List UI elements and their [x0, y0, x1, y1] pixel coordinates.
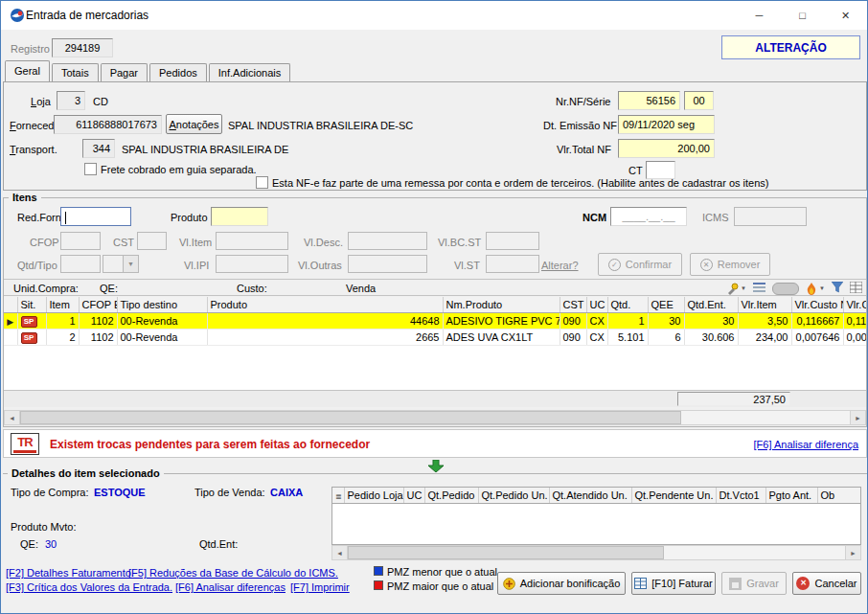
serie-field[interactable]: 00 [684, 91, 714, 110]
col-nm-produto[interactable]: Nm.Produto [443, 297, 560, 312]
cancel-icon: ✕ [796, 577, 810, 590]
ct-label: CT [628, 165, 643, 177]
col-qt-pedido-un[interactable]: Qt.Pedido Un. [478, 488, 549, 503]
col-qt-atendido-un[interactable]: Qt.Atendido Un. [549, 488, 631, 503]
col-vlr-item[interactable]: Vlr.Item [738, 297, 791, 312]
remessa-checkbox[interactable] [256, 176, 268, 189]
pedidos-hscrollbar[interactable]: ◄ ► [331, 545, 861, 560]
scroll-right-icon[interactable]: ► [850, 411, 865, 424]
tab-inf-adicionais[interactable]: Inf.Adicionais [209, 63, 290, 81]
col-qtd-ent[interactable]: Qtd.Ent. [684, 297, 738, 312]
col-cst[interactable]: CST [560, 297, 586, 312]
col-vlr-custo-nf[interactable]: Vlr.Custo NF [791, 297, 843, 312]
f7-imprimir-link[interactable]: [F7] Imprimir [290, 581, 350, 593]
col-uc[interactable]: UC [403, 488, 424, 503]
col-qtd[interactable]: Qtd. [607, 297, 648, 312]
ncm-field[interactable]: ____.__.__ [610, 207, 687, 226]
transport-code-field[interactable]: 344 [82, 139, 115, 158]
faturar-button[interactable]: [F10] Faturar [631, 572, 716, 595]
tr-logo-icon: TR [11, 433, 39, 455]
col-qt-pedido[interactable]: Qt.Pedido [424, 488, 478, 503]
grid-icon[interactable] [850, 282, 862, 295]
col-item[interactable]: Item [46, 297, 79, 312]
itens-group-label: Itens [9, 191, 41, 204]
col-tipo-destino[interactable]: Tipo destino [117, 297, 207, 312]
f6-analisar-diferencas-link[interactable]: [F6] Analisar diferenças [175, 581, 286, 593]
pmz-menor-swatch [374, 566, 383, 576]
tipo-combo-arrow-icon: ▼ [123, 255, 139, 273]
tipo-compra-label: Tipo de Compra: [11, 487, 89, 499]
cfop-label: CFOP [30, 237, 59, 249]
detalhes-qe-label: QE: [20, 538, 38, 551]
table-row[interactable]: SP 2 1102 00-Revenda 2665 ADES UVA CX1LT… [4, 329, 866, 345]
col-qee[interactable]: QEE [648, 297, 684, 312]
col-qt-pendente-un[interactable]: Qt.Pendente Un. [631, 488, 716, 503]
x-circle-icon: ✕ [700, 259, 713, 271]
adicionar-bonificacao-button[interactable]: Adicionar bonificação [497, 572, 626, 595]
produto-input[interactable] [211, 207, 268, 226]
flame-icon[interactable]: ▼ [806, 283, 825, 295]
frete-checkbox[interactable] [84, 163, 97, 175]
bonus-icon [503, 578, 515, 590]
col-dt-vcto1[interactable]: Dt.Vcto1 [716, 488, 765, 503]
mode-badge: ALTERAÇÃO [721, 35, 860, 59]
icms-field [734, 207, 807, 226]
close-button[interactable]: ✕ [824, 1, 867, 30]
col-uc[interactable]: UC [586, 297, 607, 312]
detalhes-qtdent-label: Qtd.Ent: [199, 538, 238, 551]
scroll-thumb[interactable] [20, 411, 681, 424]
scroll-right-icon[interactable]: ► [845, 546, 860, 559]
nf-field[interactable]: 56156 [618, 91, 680, 110]
col-pgto-ant[interactable]: Pgto Ant. [765, 488, 817, 503]
emissao-field[interactable]: 09/11/2020 seg [618, 115, 715, 134]
col-pedido-loja[interactable]: Pedido Loja [344, 488, 403, 503]
scroll-thumb[interactable] [348, 546, 664, 559]
list-icon[interactable] [753, 282, 765, 295]
loja-field[interactable]: 3 [57, 91, 85, 110]
vloutras-field [348, 255, 427, 273]
anotacoes-button[interactable]: Anotações [166, 114, 222, 134]
tab-pagar[interactable]: Pagar [101, 63, 148, 81]
grid-header-row: Sit. Item CFOP E Tipo destino Produto Nm… [4, 297, 866, 312]
f2-detalhes-faturamento-link[interactable]: [F2] Detalhes Faturamento. [6, 567, 134, 579]
grid-menu-icon[interactable]: ≣ [335, 492, 342, 501]
itens-hscrollbar[interactable]: ◄ ► [4, 410, 866, 425]
cst-field [137, 232, 167, 250]
window-title: Entrada de mercadorias [26, 9, 148, 22]
dropper-icon[interactable]: ▼ [726, 283, 746, 295]
tipo-compra-value: ESTOQUE [94, 487, 146, 499]
cancelar-button[interactable]: ✕ Cancelar [792, 572, 861, 595]
vldesc-field [348, 232, 427, 250]
maximize-button[interactable]: □ [781, 1, 824, 30]
redforn-input[interactable] [60, 207, 131, 226]
transport-label: Transport. [10, 144, 57, 156]
minimize-button[interactable]: ─ [738, 1, 781, 30]
registro-label: Registro [11, 43, 50, 56]
unidcompra-label: Unid.Compra: [13, 283, 79, 295]
col-sit[interactable]: Sit. [17, 297, 46, 312]
col-cfop[interactable]: CFOP E [79, 297, 117, 312]
tab-panel-geral: Loja 3 CD Nr.NF/Série 56156 00 Fornecedo… [3, 81, 867, 191]
tab-geral[interactable]: Geral [5, 60, 50, 81]
scroll-left-icon[interactable]: ◄ [5, 411, 20, 424]
tab-pedidos[interactable]: Pedidos [149, 63, 207, 81]
pmz-maior-label: PMZ maior que o atual [387, 580, 493, 593]
vlrtotal-field[interactable]: 200,00 [618, 139, 715, 158]
warning-message: Existem trocas pendentes para serem feit… [50, 438, 370, 451]
col-vlr-custo-en[interactable]: Vlr.Custo En [843, 297, 866, 312]
fornecedor-code-field[interactable]: 61186888017673 [54, 115, 162, 134]
col-ob[interactable]: Ob [817, 488, 861, 503]
tab-totais[interactable]: Totais [52, 63, 99, 81]
filter-icon[interactable] [832, 282, 843, 295]
qe-label: QE: [100, 283, 118, 295]
col-produto[interactable]: Produto [207, 297, 443, 312]
alterar-link[interactable]: Alterar? [541, 260, 579, 271]
scroll-left-icon[interactable]: ◄ [332, 546, 348, 559]
f3-critica-link[interactable]: [F3] Crítica dos Valores da Entrada. [6, 581, 172, 593]
venda-label: Venda [346, 283, 376, 295]
frete-checkbox-label: Frete cobrado em guia separada. [101, 164, 257, 176]
faturar-grid-icon [634, 578, 647, 589]
analisar-diferenca-link[interactable]: [F6] Analisar diferença [754, 439, 858, 450]
table-row[interactable]: ▶ SP 1 1102 00-Revenda 44648 ADESIVO TIG… [4, 312, 866, 329]
f5-reducoes-link[interactable]: [F5] Reduções da Base de Cálculo do ICMS… [128, 567, 338, 579]
